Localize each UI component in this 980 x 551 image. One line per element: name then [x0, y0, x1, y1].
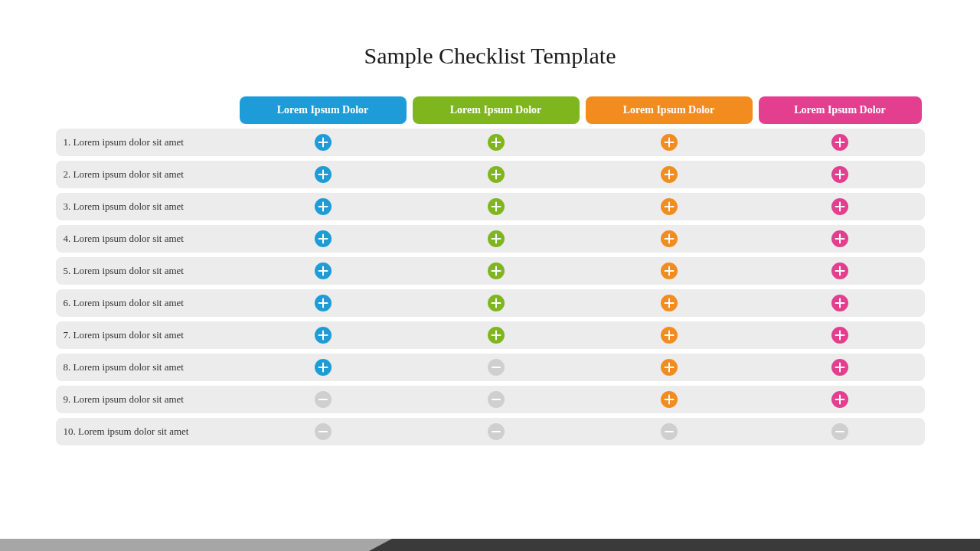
plus-icon	[315, 198, 332, 215]
svg-rect-5	[491, 142, 501, 143]
plus-icon	[661, 230, 678, 247]
column-header-1: Lorem Ipsum Dolor	[240, 96, 407, 124]
cell	[410, 198, 583, 215]
cell	[756, 134, 925, 151]
cell	[410, 262, 583, 279]
svg-rect-83	[835, 334, 845, 336]
cell	[756, 262, 925, 279]
svg-rect-68	[664, 302, 674, 304]
plus-icon	[831, 230, 848, 247]
plus-icon	[315, 134, 332, 151]
plus-icon	[831, 198, 848, 215]
svg-rect-106	[318, 431, 328, 432]
cell	[583, 134, 756, 151]
plus-icon	[831, 391, 848, 408]
plus-icon	[488, 230, 505, 247]
minus-icon	[488, 391, 505, 408]
plus-icon	[488, 134, 505, 151]
svg-rect-108	[492, 431, 501, 432]
cell	[583, 295, 756, 311]
cell	[410, 230, 583, 247]
cell	[756, 198, 925, 215]
svg-rect-47	[835, 238, 845, 240]
footer-bar	[0, 539, 980, 551]
cell	[583, 262, 756, 279]
row-label: 4. Lorem ipsum dolor sit amet	[56, 233, 237, 245]
cell	[756, 391, 925, 408]
svg-rect-94	[835, 367, 845, 368]
svg-rect-91	[664, 367, 674, 368]
svg-rect-62	[318, 302, 328, 304]
svg-rect-59	[835, 270, 845, 272]
cell	[237, 166, 410, 183]
row-label: 5. Lorem ipsum dolor sit amet	[56, 265, 237, 277]
plus-icon	[488, 166, 505, 183]
plus-icon	[661, 198, 678, 215]
minus-icon	[661, 423, 678, 440]
minus-icon	[831, 423, 848, 440]
svg-rect-20	[664, 174, 674, 175]
plus-icon	[831, 166, 848, 183]
plus-icon	[315, 359, 332, 376]
plus-icon	[315, 230, 332, 247]
cell	[583, 230, 756, 247]
plus-icon	[315, 262, 332, 279]
plus-icon	[661, 295, 678, 311]
plus-icon	[831, 327, 848, 344]
svg-rect-104	[835, 399, 845, 400]
minus-icon	[488, 423, 505, 440]
column-header-2: Lorem Ipsum Dolor	[413, 96, 580, 124]
cell	[756, 359, 925, 376]
plus-icon	[831, 262, 848, 279]
plus-icon	[831, 295, 848, 311]
svg-rect-74	[318, 334, 328, 336]
cell	[583, 198, 756, 215]
slide: Sample Checklist Template Lorem Ipsum Do…	[0, 0, 980, 551]
svg-rect-2	[318, 142, 328, 143]
column-header-label: Lorem Ipsum Dolor	[277, 104, 369, 116]
row-label: 9. Lorem ipsum dolor sit amet	[56, 393, 237, 406]
svg-rect-29	[491, 206, 501, 207]
cell	[583, 327, 756, 344]
row-label: 7. Lorem ipsum dolor sit amet	[56, 329, 237, 341]
plus-icon	[661, 327, 678, 344]
checklist-table: Lorem Ipsum DolorLorem Ipsum DolorLorem …	[56, 96, 925, 450]
column-header-label: Lorem Ipsum Dolor	[450, 104, 542, 116]
cell	[410, 391, 583, 408]
plus-icon	[831, 359, 848, 376]
svg-rect-96	[318, 399, 328, 400]
cell	[583, 391, 756, 408]
svg-rect-8	[664, 142, 674, 143]
footer-bar-dark	[369, 539, 980, 551]
svg-rect-23	[835, 174, 845, 175]
table-row: 8. Lorem ipsum dolor sit amet	[56, 354, 925, 381]
svg-rect-32	[664, 206, 674, 207]
table-row: 7. Lorem ipsum dolor sit amet	[56, 321, 925, 349]
svg-rect-38	[318, 238, 328, 240]
cell	[756, 423, 925, 440]
cell	[237, 198, 410, 215]
column-header-label: Lorem Ipsum Dolor	[794, 104, 886, 116]
table-row: 2. Lorem ipsum dolor sit amet	[56, 161, 925, 188]
svg-rect-11	[835, 142, 845, 143]
cell	[410, 423, 583, 440]
cell	[237, 262, 410, 279]
column-header-4: Lorem Ipsum Dolor	[759, 96, 922, 124]
cell	[583, 359, 756, 376]
plus-icon	[315, 166, 332, 183]
svg-rect-112	[835, 431, 844, 432]
plus-icon	[315, 327, 332, 344]
cell	[583, 166, 756, 183]
row-label: 8. Lorem ipsum dolor sit amet	[56, 361, 237, 373]
plus-icon	[661, 166, 678, 183]
cell	[756, 166, 925, 183]
cell	[410, 359, 583, 376]
cell	[237, 327, 410, 344]
cell	[756, 295, 925, 311]
table-header-row: Lorem Ipsum DolorLorem Ipsum DolorLorem …	[56, 96, 925, 124]
row-label: 1. Lorem ipsum dolor sit amet	[56, 136, 237, 148]
plus-icon	[661, 134, 678, 151]
minus-icon	[315, 391, 332, 408]
table-row: 6. Lorem ipsum dolor sit amet	[56, 289, 925, 317]
row-label: 3. Lorem ipsum dolor sit amet	[56, 201, 237, 213]
